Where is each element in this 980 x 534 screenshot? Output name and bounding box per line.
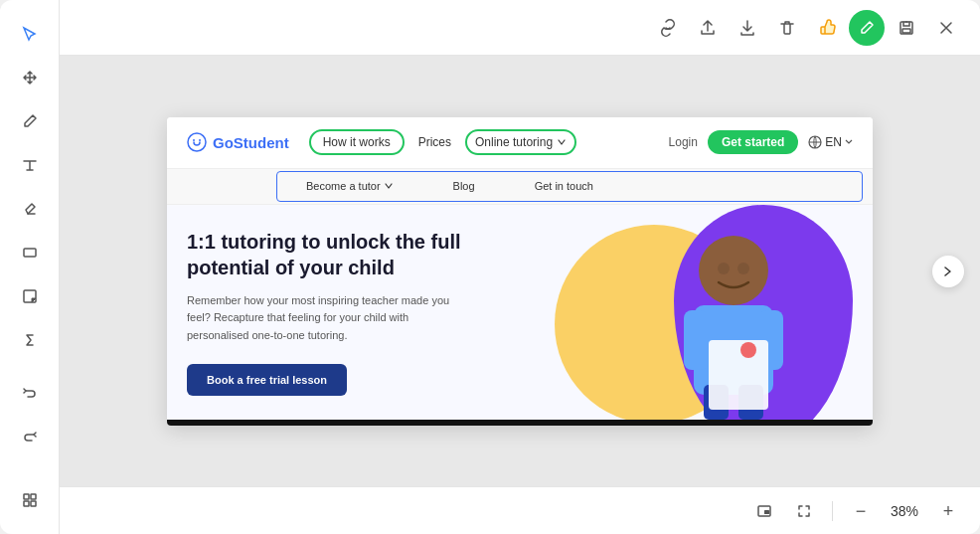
svg-rect-3 bbox=[31, 494, 36, 499]
link-button[interactable] bbox=[650, 10, 686, 46]
website-nav: GoStudent How it works Prices Online tut… bbox=[167, 117, 873, 169]
thumbs-up-button[interactable] bbox=[809, 10, 845, 46]
canvas-area: GoStudent How it works Prices Online tut… bbox=[60, 56, 980, 486]
sticky-note-icon[interactable] bbox=[12, 278, 48, 314]
text-icon[interactable] bbox=[12, 147, 48, 183]
svg-point-19 bbox=[740, 342, 756, 358]
delete-button[interactable] bbox=[769, 10, 805, 46]
svg-point-9 bbox=[193, 139, 195, 141]
cursor-icon[interactable] bbox=[12, 16, 48, 52]
close-button[interactable] bbox=[928, 10, 964, 46]
hero-background bbox=[455, 205, 873, 421]
nav-links: How it works Prices Online tutoring bbox=[309, 129, 649, 155]
language-selector[interactable]: EN bbox=[808, 135, 853, 149]
share-button[interactable] bbox=[690, 10, 726, 46]
nav-right: Login Get started EN bbox=[669, 130, 853, 154]
zoom-in-button[interactable]: + bbox=[932, 495, 964, 527]
hero-title: 1:1 tutoring to unlock the full potentia… bbox=[187, 229, 465, 280]
redo-icon[interactable] bbox=[12, 418, 48, 453]
hero-subtitle: Remember how your most inspiring teacher… bbox=[187, 292, 465, 345]
svg-rect-4 bbox=[24, 501, 29, 506]
nav-how-it-works[interactable]: How it works bbox=[309, 129, 405, 155]
svg-point-21 bbox=[737, 263, 749, 274]
secondary-nav: Become a tutor Blog Get in touch bbox=[167, 169, 873, 205]
pip-button[interactable] bbox=[748, 495, 780, 527]
svg-rect-23 bbox=[764, 510, 769, 514]
website-preview: GoStudent How it works Prices Online tut… bbox=[167, 117, 873, 426]
svg-point-20 bbox=[718, 263, 730, 274]
logo-text: GoStudent bbox=[213, 134, 289, 151]
zoom-out-button[interactable]: − bbox=[845, 495, 877, 527]
pen-icon[interactable] bbox=[12, 103, 48, 139]
svg-rect-5 bbox=[31, 501, 36, 506]
main-area: GoStudent How it works Prices Online tut… bbox=[60, 0, 980, 534]
top-toolbar bbox=[60, 0, 980, 56]
app-container: GoStudent How it works Prices Online tut… bbox=[0, 0, 980, 534]
zoom-level: 38% bbox=[885, 503, 924, 519]
edit-active-button[interactable] bbox=[849, 10, 885, 46]
undo-icon[interactable] bbox=[12, 374, 48, 410]
nav-prices[interactable]: Prices bbox=[410, 131, 459, 153]
cta-button[interactable]: Book a free trial lesson bbox=[187, 364, 347, 396]
logo: GoStudent bbox=[187, 132, 289, 152]
svg-rect-7 bbox=[902, 29, 910, 33]
hero-section: 1:1 tutoring to unlock the full potentia… bbox=[167, 205, 873, 421]
next-arrow[interactable] bbox=[932, 256, 964, 287]
nav-online-tutoring[interactable]: Online tutoring bbox=[465, 129, 576, 155]
get-started-button[interactable]: Get started bbox=[708, 130, 798, 154]
save-button[interactable] bbox=[889, 10, 924, 46]
svg-rect-14 bbox=[684, 310, 709, 370]
svg-rect-2 bbox=[24, 494, 29, 499]
login-link[interactable]: Login bbox=[669, 135, 698, 149]
student-illustration bbox=[654, 221, 813, 420]
grid-icon[interactable] bbox=[12, 482, 48, 518]
svg-point-10 bbox=[199, 139, 201, 141]
svg-point-12 bbox=[699, 236, 768, 305]
hero-content: 1:1 tutoring to unlock the full potentia… bbox=[187, 229, 465, 397]
move-icon[interactable] bbox=[12, 60, 48, 95]
bottom-bar bbox=[167, 420, 873, 426]
left-toolbar bbox=[0, 0, 60, 534]
eraser-icon[interactable] bbox=[12, 191, 48, 227]
download-button[interactable] bbox=[730, 10, 765, 46]
svg-point-8 bbox=[188, 133, 206, 151]
bottom-toolbar: − 38% + bbox=[60, 486, 980, 534]
sigma-icon[interactable] bbox=[12, 322, 48, 358]
rectangle-icon[interactable] bbox=[12, 235, 48, 270]
svg-rect-18 bbox=[709, 340, 768, 410]
expand-button[interactable] bbox=[788, 495, 820, 527]
svg-rect-0 bbox=[24, 249, 36, 257]
